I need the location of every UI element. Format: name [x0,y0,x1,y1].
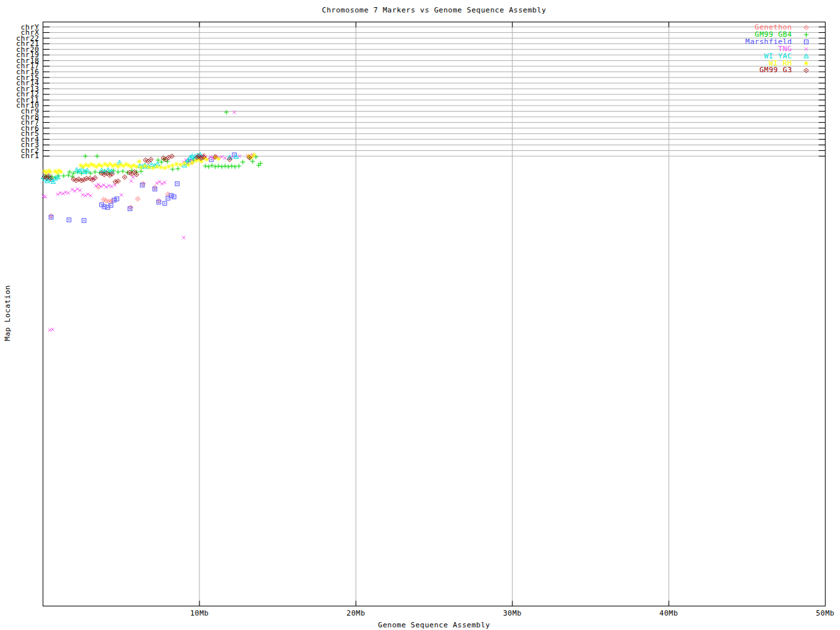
data-point [99,164,104,169]
data-point [137,159,142,164]
data-point [222,164,227,169]
data-point [166,165,171,169]
data-point [67,218,71,222]
data-point [67,192,70,195]
data-point [162,166,167,171]
data-point [148,158,153,162]
legend-marker-icon [804,61,808,66]
data-point [172,195,176,199]
data-point [182,236,186,240]
data-point [66,173,71,178]
data-point [170,163,175,168]
data-point [129,180,133,183]
x-tick-label: 30Mb [492,610,534,617]
data-point [83,154,88,159]
data-point [175,162,179,167]
data-point [236,164,241,169]
data-point [113,163,117,167]
data-point [122,175,127,180]
data-point [119,194,123,197]
data-point [121,164,126,169]
data-point [51,328,54,331]
data-point [115,197,119,201]
data-point [203,164,207,169]
data-point [156,158,160,163]
legend-marker-icon [804,32,808,37]
data-point [61,174,66,178]
data-point [142,164,147,169]
data-point [182,161,187,166]
data-point [81,194,85,197]
data-point [93,170,97,175]
data-point [68,170,72,175]
data-point [87,164,91,169]
data-point [233,165,238,169]
y-axis-title-text: Map Location [3,285,12,341]
data-point [240,160,245,165]
data-point [223,157,226,160]
x-tick-label: 50Mb [805,610,840,617]
data-point [58,170,63,175]
legend-marker-icon [805,40,808,44]
data-point [146,165,151,170]
data-point [216,164,220,169]
data-point [170,167,175,172]
data-point [251,153,256,158]
data-point [81,165,86,169]
data-point [163,201,167,205]
data-point [220,156,223,159]
data-point [159,165,163,170]
x-tick-label: 40Mb [648,610,690,617]
x-tick-label: 20Mb [335,610,377,617]
data-point [116,165,120,169]
data-point [48,329,51,332]
data-point [141,182,146,186]
data-point [138,165,143,170]
data-point [108,162,113,167]
plot-border [43,22,826,606]
data-point [94,154,99,159]
x-tick-label: 10Mb [178,610,220,617]
data-point [135,197,140,201]
legend-marker-icon [804,26,808,30]
x-axis-title: Genome Sequence Assembly [43,621,826,629]
legend-marker-icon [805,47,808,51]
data-point [250,159,255,164]
data-point [82,219,86,222]
data-point [94,165,99,169]
y-tick-label: chr1 [0,152,39,159]
data-point [55,175,60,178]
plot-area [0,0,840,630]
data-point [209,158,213,161]
data-point [190,161,194,165]
legend-marker-icon [804,54,808,58]
data-point [151,166,156,171]
data-point [186,163,190,167]
data-point [224,110,228,115]
legend-label: WI YAC [674,52,792,60]
chart-title: Chromosome 7 Markers vs Genome Sequence … [43,6,826,14]
data-point [226,165,231,169]
chart-canvas: Chromosome 7 Markers vs Genome Sequence … [0,0,840,630]
data-point [176,167,180,171]
legend-label: GM99 G3 [674,66,792,74]
data-point [110,185,113,188]
data-point [135,165,139,169]
data-point [138,169,143,174]
data-point [155,165,159,169]
data-point [175,182,179,186]
data-point [121,169,125,174]
data-point [116,170,120,175]
data-point [230,164,234,169]
data-point [178,163,183,167]
data-point [219,165,224,169]
legend-label: Marshfield [674,38,792,45]
